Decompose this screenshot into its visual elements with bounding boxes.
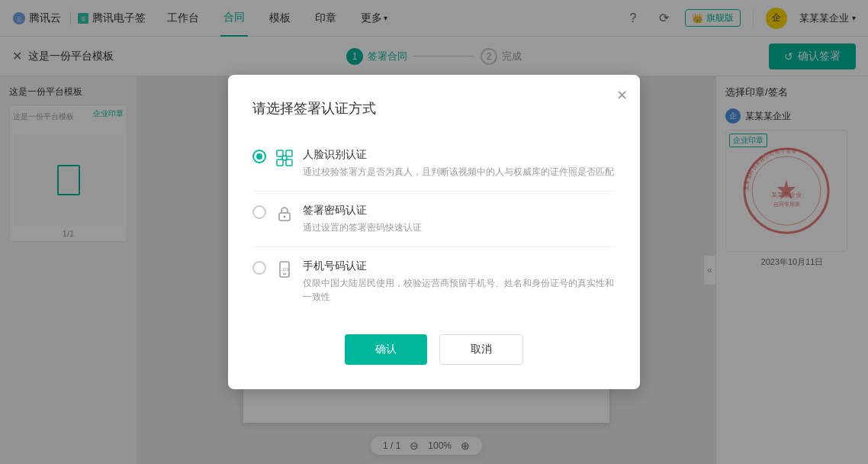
svg-point-16 — [284, 216, 286, 218]
face-option-title: 人脸识别认证 — [303, 148, 616, 162]
radio-password[interactable] — [252, 205, 266, 219]
phone-icon: 123 — [275, 260, 294, 279]
svg-rect-10 — [277, 150, 283, 156]
radio-phone[interactable] — [252, 261, 266, 275]
svg-rect-13 — [286, 160, 292, 166]
password-option-content: 签署密码认证 通过设置的签署密码快速认证 — [303, 204, 616, 234]
radio-face[interactable] — [252, 150, 266, 163]
password-option-desc: 通过设置的签署密码快速认证 — [303, 221, 616, 234]
dialog-close-button[interactable]: ✕ — [616, 87, 628, 104]
dialog-cancel-button[interactable]: 取消 — [439, 334, 523, 365]
svg-rect-12 — [277, 160, 283, 166]
face-icon — [275, 149, 294, 167]
face-option-desc: 通过校验签署方是否为真人，且判断该视频中的人与权威库的证件照是否匹配 — [303, 165, 616, 179]
phone-option-desc: 仅限中国大陆居民使用，校验运营商预留手机号、姓名和身份证号的真实性和一致性 — [303, 276, 616, 304]
phone-option-content: 手机号码认证 仅限中国大陆居民使用，校验运营商预留手机号、姓名和身份证号的真实性… — [303, 259, 616, 304]
svg-point-14 — [282, 156, 287, 160]
auth-options-list: 人脸识别认证 通过校验签署方是否为真人，且判断该视频中的人与权威库的证件照是否匹… — [252, 136, 616, 316]
modal-overlay: 请选择签署认证方式 ✕ 人脸识别认证 通过校验签署方是否为真人， — [0, 0, 868, 464]
dialog-footer: 确认 取消 — [252, 334, 616, 365]
auth-option-phone[interactable]: 123 手机号码认证 仅限中国大陆居民使用，校验运营商预留手机号、姓名和身份证号… — [252, 247, 616, 316]
password-icon — [275, 205, 294, 223]
dialog-confirm-button[interactable]: 确认 — [345, 334, 427, 365]
auth-method-dialog: 请选择签署认证方式 ✕ 人脸识别认证 通过校验签署方是否为真人， — [228, 75, 640, 389]
auth-option-face[interactable]: 人脸识别认证 通过校验签署方是否为真人，且判断该视频中的人与权威库的证件照是否匹… — [252, 136, 616, 192]
phone-option-title: 手机号码认证 — [303, 259, 616, 273]
face-option-content: 人脸识别认证 通过校验签署方是否为真人，且判断该视频中的人与权威库的证件照是否匹… — [303, 148, 616, 179]
svg-text:123: 123 — [282, 267, 289, 272]
svg-rect-11 — [286, 150, 292, 156]
password-option-title: 签署密码认证 — [303, 204, 616, 218]
dialog-title: 请选择签署认证方式 — [252, 99, 616, 118]
auth-option-password[interactable]: 签署密码认证 通过设置的签署密码快速认证 — [252, 192, 616, 247]
